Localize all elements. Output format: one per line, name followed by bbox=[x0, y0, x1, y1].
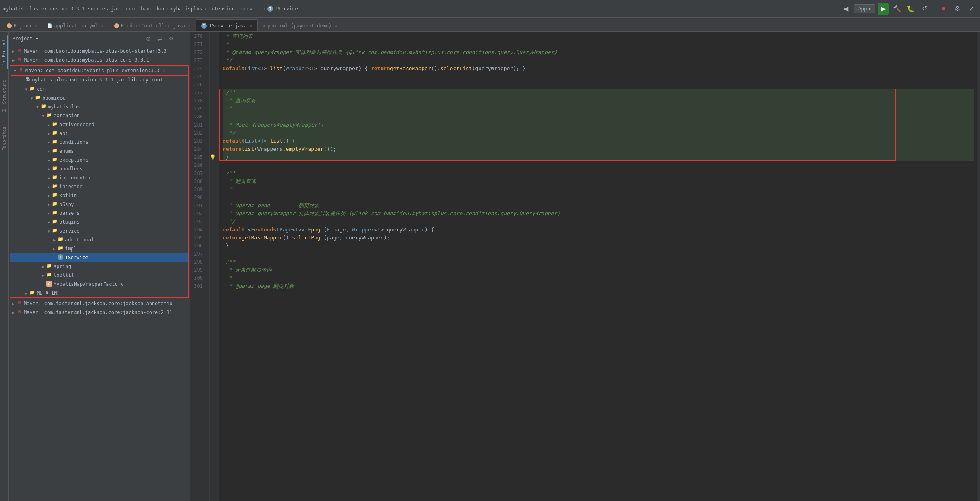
tree-icon-30: M bbox=[16, 309, 23, 316]
tree-item-3[interactable]: ▼MMaven: com.baomidou:mybatis-plus-exten… bbox=[10, 66, 188, 75]
tab-productcontroller-close[interactable]: ✕ bbox=[188, 23, 191, 28]
gutter-284 bbox=[210, 145, 219, 153]
debug-btn[interactable]: 🐛 bbox=[905, 3, 916, 15]
settings-btn[interactable]: ⚙ bbox=[952, 3, 963, 15]
tree-item-28[interactable]: ▶📁META-INF bbox=[10, 289, 188, 297]
tree-icon-21: 📁 bbox=[52, 228, 58, 234]
tree-item-4[interactable]: 🗜mybatis-plus-extension-3.3.1.jar librar… bbox=[11, 75, 188, 84]
tree-item-26[interactable]: ▶📁toolkit bbox=[10, 271, 188, 280]
tree-icon-1: M bbox=[16, 48, 23, 54]
bulb-icon-285: 💡 bbox=[210, 153, 219, 161]
breadcrumb-mybatisplus[interactable]: mybatisplus bbox=[170, 6, 202, 12]
tree-item-20[interactable]: ▶📁plugins bbox=[10, 218, 188, 227]
breadcrumb-com[interactable]: com bbox=[126, 6, 135, 12]
tree-item-23[interactable]: ▶📁impl bbox=[10, 244, 188, 253]
tree-item-6[interactable]: ▼📁baomidou bbox=[10, 94, 188, 102]
tree-arrow-13: ▶ bbox=[46, 158, 52, 162]
tree-item-27[interactable]: CMybatisMapWrapperFactory bbox=[10, 280, 188, 289]
panel-settings-btn[interactable]: ⚙ bbox=[167, 34, 175, 43]
tree-item-12[interactable]: ▶📁enums bbox=[10, 147, 188, 156]
scroll-indicator[interactable] bbox=[977, 32, 980, 501]
reload-btn[interactable]: ↺ bbox=[919, 3, 930, 15]
tree-item-24[interactable]: IIService bbox=[10, 253, 188, 262]
tree-item-15[interactable]: ▶📁incrementer bbox=[10, 173, 188, 182]
tree-item-14[interactable]: ▶📁handlers bbox=[10, 164, 188, 173]
panel-sync-btn[interactable]: ⇄ bbox=[155, 34, 164, 43]
tree-item-10[interactable]: ▶📁api bbox=[10, 129, 188, 138]
tree-icon-13: 📁 bbox=[52, 157, 58, 163]
tree-icon-15: 📁 bbox=[52, 175, 58, 181]
breadcrumb-extension[interactable]: extension bbox=[209, 6, 235, 12]
gutter-298 bbox=[210, 258, 219, 266]
tree-icon-6: 📁 bbox=[35, 95, 41, 101]
tree-item-22[interactable]: ▶📁additional bbox=[10, 235, 188, 244]
breadcrumb-jar[interactable]: mybatis-plus-extension-3.3.1-sources.jar bbox=[3, 6, 120, 12]
tree-icon-18: 📁 bbox=[52, 201, 58, 208]
tree-item-25[interactable]: ▶📁spring bbox=[10, 262, 188, 271]
tab-iservice[interactable]: I IService.java ✕ bbox=[196, 19, 258, 31]
tree-item-1[interactable]: ▶MMaven: com.baomidou:mybatis-plus-boot-… bbox=[9, 47, 190, 56]
panel-add-btn[interactable]: ⊕ bbox=[144, 34, 153, 43]
tree-label-6: baomidou bbox=[42, 95, 66, 101]
gutter-275 bbox=[210, 73, 219, 81]
side-tab-project[interactable]: 1: Project bbox=[0, 35, 8, 69]
tree-item-29[interactable]: ▶MMaven: com.fasterxml.jackson.core:jack… bbox=[9, 299, 190, 308]
tab-pomxml[interactable]: m pom.xml (payment-demo) ✕ bbox=[258, 19, 343, 31]
gutter-291 bbox=[210, 202, 219, 210]
stop-btn[interactable]: ■ bbox=[938, 3, 949, 15]
tab-productcontroller-label: ProductController.java bbox=[121, 23, 185, 29]
gutter-296 bbox=[210, 242, 219, 250]
back-btn[interactable]: ◀ bbox=[840, 3, 851, 15]
tab-application-yml[interactable]: 📄 application.yml ✕ bbox=[42, 19, 108, 31]
tab-iservice-close[interactable]: ✕ bbox=[250, 23, 252, 28]
maximize-btn[interactable]: ⤢ bbox=[965, 3, 977, 15]
tree-item-30[interactable]: ▶MMaven: com.fasterxml.jackson.core:jack… bbox=[9, 308, 190, 317]
tree-item-17[interactable]: ▶📁kotlin bbox=[10, 191, 188, 200]
line-num-281: 281 bbox=[190, 121, 206, 129]
line-num-292: 292 bbox=[190, 210, 206, 218]
build-btn[interactable]: 🔨 bbox=[891, 3, 903, 15]
tree-item-13[interactable]: ▶📁exceptions bbox=[10, 156, 188, 164]
code-line-280 bbox=[223, 113, 974, 121]
tree-item-19[interactable]: ▶📁parsers bbox=[10, 209, 188, 218]
code-content[interactable]: * 查询列表 * * @param queryWrapper 实体对象封装操作类… bbox=[219, 32, 977, 501]
breadcrumb-service[interactable]: service bbox=[241, 6, 261, 12]
code-line-274: default List<T> list(Wrapper<T> queryWra… bbox=[223, 64, 974, 73]
tree-item-5[interactable]: ▼📁com bbox=[10, 85, 188, 94]
tab-rjava-close[interactable]: ✕ bbox=[34, 23, 37, 28]
gutter-292 bbox=[210, 210, 219, 218]
tree-label-22: additional bbox=[65, 237, 94, 243]
code-area[interactable]: 2702712722732742752762772782792802812822… bbox=[190, 32, 980, 501]
side-tab-structure[interactable]: Z: Structure bbox=[1, 77, 8, 115]
tree-arrow-28: ▶ bbox=[23, 291, 29, 295]
tree-item-11[interactable]: ▶📁conditions bbox=[10, 138, 188, 147]
tree-arrow-16: ▶ bbox=[46, 185, 52, 189]
tree-item-16[interactable]: ▶📁injector bbox=[10, 182, 188, 191]
tab-yml-close[interactable]: ✕ bbox=[101, 23, 104, 28]
tree-arrow-5: ▼ bbox=[23, 87, 29, 91]
tab-productcontroller[interactable]: ProductController.java ✕ bbox=[109, 19, 196, 31]
tab-pomxml-close[interactable]: ✕ bbox=[335, 23, 337, 28]
line-num-297: 297 bbox=[190, 250, 206, 258]
tree-arrow-11: ▶ bbox=[46, 140, 52, 145]
project-tree[interactable]: ▶MMaven: com.baomidou:mybatis-plus-boot-… bbox=[9, 45, 190, 501]
code-line-285: } bbox=[223, 153, 974, 161]
side-tab-favorites[interactable]: Favorites bbox=[1, 123, 8, 154]
app-dropdown[interactable]: App ▾ bbox=[854, 4, 875, 13]
tree-item-7[interactable]: ▼📁mybatisplus bbox=[10, 102, 188, 111]
panel-minimize-btn[interactable]: — bbox=[178, 34, 187, 43]
tree-item-8[interactable]: ▼📁extension bbox=[10, 111, 188, 120]
line-num-287: 287 bbox=[190, 169, 206, 177]
breadcrumb-baomidou[interactable]: baomidou bbox=[141, 6, 164, 12]
tree-item-2[interactable]: ▶MMaven: com.baomidou:mybatis-plus-core:… bbox=[9, 56, 190, 64]
breadcrumb-iservice[interactable]: IService bbox=[275, 6, 298, 12]
tree-item-18[interactable]: ▶📁p6spy bbox=[10, 200, 188, 209]
line-num-291: 291 bbox=[190, 202, 206, 210]
run-btn[interactable]: ▶ bbox=[878, 3, 889, 15]
code-line-281: * @see Wrappers#emptyWrapper() bbox=[223, 121, 974, 129]
tree-item-21[interactable]: ▼📁service bbox=[10, 227, 188, 235]
tab-rjava[interactable]: R.java ✕ bbox=[2, 19, 42, 31]
productcontroller-icon bbox=[114, 23, 119, 28]
tree-item-9[interactable]: ▶📁activerecord bbox=[10, 120, 188, 129]
gutter-293 bbox=[210, 218, 219, 226]
